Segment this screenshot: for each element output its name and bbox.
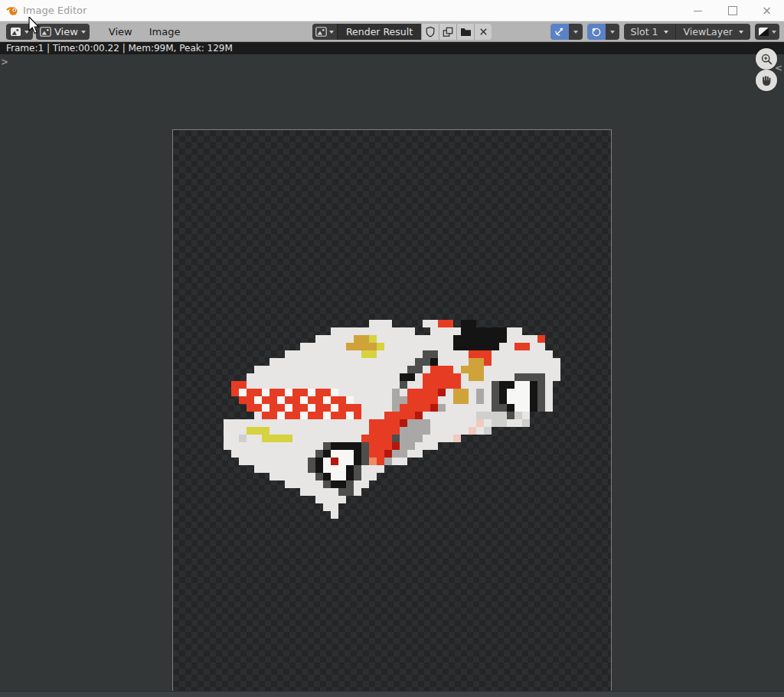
close-button[interactable]: ×: [750, 0, 784, 21]
close-icon: [479, 28, 488, 36]
rendered-car-image: [224, 320, 560, 519]
image-icon: [315, 27, 327, 37]
sidebar-region-toggle[interactable]: <: [775, 63, 782, 73]
fake-user-button[interactable]: [421, 24, 439, 40]
image-icon: [40, 27, 51, 37]
editor-header: View View Image Render Result: [0, 21, 784, 42]
chevron-down-icon: [329, 31, 334, 34]
window-controls: ×: [681, 0, 784, 21]
view-layer-dropdown[interactable]: ViewLayer: [675, 24, 750, 40]
new-image-button[interactable]: [439, 24, 456, 40]
blender-logo-icon: [6, 5, 18, 17]
mode-label: View: [54, 26, 78, 37]
window-footer: [0, 691, 784, 697]
chevron-down-icon: [24, 31, 29, 34]
header-right-group: Slot 1 ViewLayer: [550, 24, 779, 40]
shield-icon: [425, 26, 436, 37]
image-datablock-selector: Render Result: [312, 24, 492, 40]
render-stats-bar: Frame:1 | Time:00:00.22 | Mem:99M, Peak:…: [0, 42, 784, 54]
pan-button[interactable]: [756, 70, 777, 91]
gizmo-icon: [550, 24, 569, 40]
menu-view[interactable]: View: [100, 24, 141, 39]
image-name-field[interactable]: Render Result: [337, 24, 421, 40]
zoom-in-icon: [760, 53, 773, 66]
minimize-button[interactable]: [681, 0, 715, 21]
blender-image-editor-window: Image Editor ×: [0, 0, 784, 697]
overlays-toggle[interactable]: [587, 24, 619, 40]
image-viewport[interactable]: > <: [0, 54, 784, 691]
zoom-button[interactable]: [756, 48, 777, 70]
render-result-canvas[interactable]: [172, 129, 612, 697]
render-stats-text: Frame:1 | Time:00:00.22 | Mem:99M, Peak:…: [6, 43, 233, 54]
chevron-down-icon: [664, 31, 668, 34]
overlays-icon: [587, 24, 606, 40]
gizmos-toggle[interactable]: [550, 24, 583, 40]
display-channels-dropdown[interactable]: [755, 24, 779, 40]
render-slot-dropdown[interactable]: Slot 1: [624, 24, 676, 40]
mode-dropdown[interactable]: View: [36, 24, 90, 40]
browse-image-dropdown[interactable]: [312, 24, 337, 40]
gizmos-dropdown[interactable]: [569, 24, 583, 40]
slot-viewlayer-pill: Slot 1 ViewLayer: [624, 24, 750, 40]
image-editor-icon: [10, 27, 21, 37]
view-layer-label: ViewLayer: [683, 26, 733, 37]
header-left-group: View View Image: [6, 24, 188, 40]
chevron-down-icon: [772, 31, 776, 34]
window-title: Image Editor: [23, 5, 87, 16]
slot-label: Slot 1: [631, 26, 658, 37]
overlays-dropdown[interactable]: [606, 24, 619, 40]
titlebar: Image Editor ×: [0, 0, 784, 21]
maximize-button[interactable]: [715, 0, 750, 21]
hand-icon: [760, 74, 773, 86]
chevron-down-icon: [81, 31, 86, 34]
unlink-image-button[interactable]: [474, 24, 492, 40]
duplicate-icon: [443, 27, 453, 37]
toolbar-region-toggle[interactable]: >: [1, 57, 8, 67]
display-channels-icon: [758, 27, 769, 37]
open-image-button[interactable]: [456, 24, 474, 40]
menu-image[interactable]: Image: [141, 24, 189, 39]
editor-type-dropdown[interactable]: [6, 24, 33, 40]
chevron-down-icon: [739, 31, 743, 34]
folder-icon: [460, 27, 472, 37]
menu-bar: View Image: [100, 24, 189, 39]
